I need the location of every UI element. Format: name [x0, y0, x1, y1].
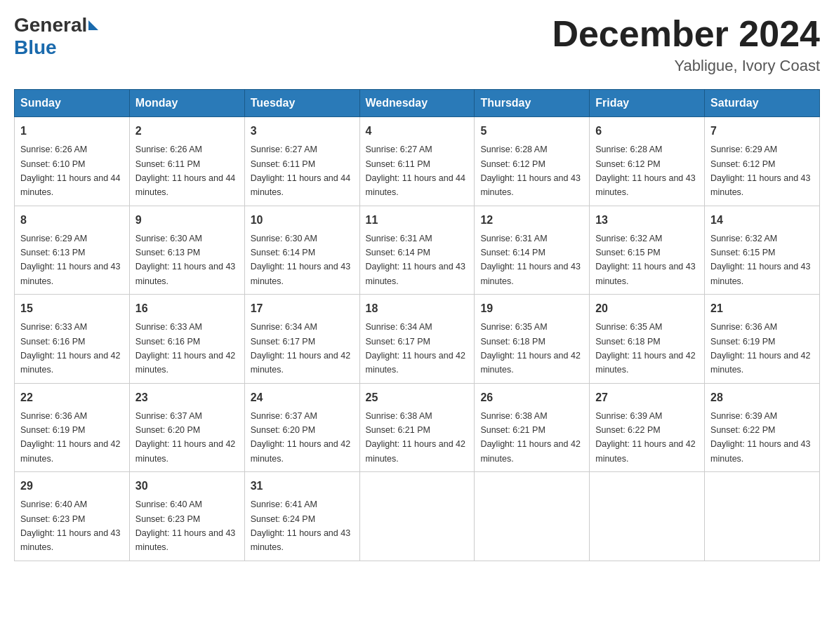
day-info: Sunrise: 6:30 AMSunset: 6:14 PMDaylight:… — [251, 234, 350, 286]
day-info: Sunrise: 6:37 AMSunset: 6:20 PMDaylight:… — [251, 411, 350, 464]
page-header: General Blue December 2024 Yabligue, Ivo… — [14, 14, 820, 75]
title-section: December 2024 Yabligue, Ivory Coast — [552, 14, 820, 75]
day-info: Sunrise: 6:26 AMSunset: 6:11 PMDaylight:… — [135, 145, 235, 197]
day-info: Sunrise: 6:33 AMSunset: 6:16 PMDaylight:… — [20, 322, 120, 375]
calendar-cell: 19 Sunrise: 6:35 AMSunset: 6:18 PMDaylig… — [475, 295, 590, 384]
day-info: Sunrise: 6:33 AMSunset: 6:16 PMDaylight:… — [135, 322, 235, 375]
day-info: Sunrise: 6:28 AMSunset: 6:12 PMDaylight:… — [480, 145, 580, 197]
header-saturday: Saturday — [705, 90, 820, 117]
calendar-cell: 11 Sunrise: 6:31 AMSunset: 6:14 PMDaylig… — [359, 206, 475, 295]
logo: General Blue — [14, 14, 100, 59]
calendar-cell: 9 Sunrise: 6:30 AMSunset: 6:13 PMDayligh… — [129, 206, 244, 295]
day-number: 16 — [135, 300, 239, 317]
logo-blue-text: Blue — [14, 36, 57, 58]
calendar-cell — [475, 472, 590, 561]
day-info: Sunrise: 6:27 AMSunset: 6:11 PMDaylight:… — [251, 145, 350, 197]
day-number: 12 — [480, 212, 583, 229]
calendar-cell: 22 Sunrise: 6:36 AMSunset: 6:19 PMDaylig… — [15, 383, 130, 472]
day-info: Sunrise: 6:36 AMSunset: 6:19 PMDaylight:… — [20, 411, 120, 464]
day-number: 5 — [480, 123, 583, 140]
day-number: 8 — [20, 212, 124, 229]
day-info: Sunrise: 6:34 AMSunset: 6:17 PMDaylight:… — [366, 322, 465, 375]
calendar-table: Sunday Monday Tuesday Wednesday Thursday… — [14, 89, 820, 561]
day-number: 22 — [20, 389, 124, 406]
day-info: Sunrise: 6:37 AMSunset: 6:20 PMDaylight:… — [135, 411, 235, 464]
calendar-cell: 20 Sunrise: 6:35 AMSunset: 6:18 PMDaylig… — [590, 295, 705, 384]
day-info: Sunrise: 6:36 AMSunset: 6:19 PMDaylight:… — [710, 322, 810, 375]
calendar-header-row: Sunday Monday Tuesday Wednesday Thursday… — [15, 90, 820, 117]
logo-arrow-icon — [88, 20, 98, 30]
day-number: 18 — [366, 300, 469, 317]
day-number: 7 — [710, 123, 814, 140]
day-info: Sunrise: 6:41 AMSunset: 6:24 PMDaylight:… — [251, 499, 350, 552]
day-info: Sunrise: 6:40 AMSunset: 6:23 PMDaylight:… — [135, 499, 235, 552]
calendar-cell: 5 Sunrise: 6:28 AMSunset: 6:12 PMDayligh… — [475, 117, 590, 206]
day-info: Sunrise: 6:34 AMSunset: 6:17 PMDaylight:… — [251, 322, 350, 375]
calendar-cell: 3 Sunrise: 6:27 AMSunset: 6:11 PMDayligh… — [244, 117, 359, 206]
calendar-cell: 27 Sunrise: 6:39 AMSunset: 6:22 PMDaylig… — [590, 383, 705, 472]
day-number: 2 — [135, 123, 239, 140]
day-info: Sunrise: 6:40 AMSunset: 6:23 PMDaylight:… — [20, 499, 120, 552]
calendar-cell — [359, 472, 475, 561]
day-number: 3 — [251, 123, 354, 140]
day-number: 26 — [480, 389, 583, 406]
day-info: Sunrise: 6:29 AMSunset: 6:12 PMDaylight:… — [710, 145, 810, 197]
calendar-week-row: 1 Sunrise: 6:26 AMSunset: 6:10 PMDayligh… — [15, 117, 820, 206]
day-info: Sunrise: 6:39 AMSunset: 6:22 PMDaylight:… — [595, 411, 695, 464]
day-info: Sunrise: 6:38 AMSunset: 6:21 PMDaylight:… — [480, 411, 580, 464]
day-number: 24 — [251, 389, 354, 406]
day-number: 31 — [251, 478, 354, 495]
calendar-cell: 28 Sunrise: 6:39 AMSunset: 6:22 PMDaylig… — [705, 383, 820, 472]
day-number: 11 — [366, 212, 469, 229]
day-number: 4 — [366, 123, 469, 140]
day-number: 21 — [710, 300, 814, 317]
calendar-cell: 8 Sunrise: 6:29 AMSunset: 6:13 PMDayligh… — [15, 206, 130, 295]
calendar-subtitle: Yabligue, Ivory Coast — [552, 57, 820, 75]
day-number: 23 — [135, 389, 239, 406]
calendar-cell: 30 Sunrise: 6:40 AMSunset: 6:23 PMDaylig… — [129, 472, 244, 561]
day-number: 9 — [135, 212, 239, 229]
header-tuesday: Tuesday — [244, 90, 359, 117]
day-number: 20 — [595, 300, 699, 317]
day-info: Sunrise: 6:32 AMSunset: 6:15 PMDaylight:… — [595, 234, 695, 286]
day-info: Sunrise: 6:32 AMSunset: 6:15 PMDaylight:… — [710, 234, 810, 286]
calendar-cell: 7 Sunrise: 6:29 AMSunset: 6:12 PMDayligh… — [705, 117, 820, 206]
calendar-cell: 29 Sunrise: 6:40 AMSunset: 6:23 PMDaylig… — [15, 472, 130, 561]
day-info: Sunrise: 6:29 AMSunset: 6:13 PMDaylight:… — [20, 234, 120, 286]
day-number: 19 — [480, 300, 583, 317]
header-thursday: Thursday — [475, 90, 590, 117]
calendar-cell: 4 Sunrise: 6:27 AMSunset: 6:11 PMDayligh… — [359, 117, 475, 206]
calendar-cell — [590, 472, 705, 561]
calendar-title: December 2024 — [552, 14, 820, 54]
calendar-cell: 25 Sunrise: 6:38 AMSunset: 6:21 PMDaylig… — [359, 383, 475, 472]
header-monday: Monday — [129, 90, 244, 117]
day-number: 6 — [595, 123, 699, 140]
calendar-cell: 1 Sunrise: 6:26 AMSunset: 6:10 PMDayligh… — [15, 117, 130, 206]
calendar-cell: 6 Sunrise: 6:28 AMSunset: 6:12 PMDayligh… — [590, 117, 705, 206]
day-info: Sunrise: 6:35 AMSunset: 6:18 PMDaylight:… — [480, 322, 580, 375]
calendar-cell: 15 Sunrise: 6:33 AMSunset: 6:16 PMDaylig… — [15, 295, 130, 384]
day-number: 30 — [135, 478, 239, 495]
calendar-cell: 18 Sunrise: 6:34 AMSunset: 6:17 PMDaylig… — [359, 295, 475, 384]
calendar-cell: 24 Sunrise: 6:37 AMSunset: 6:20 PMDaylig… — [244, 383, 359, 472]
calendar-cell: 10 Sunrise: 6:30 AMSunset: 6:14 PMDaylig… — [244, 206, 359, 295]
calendar-week-row: 29 Sunrise: 6:40 AMSunset: 6:23 PMDaylig… — [15, 472, 820, 561]
day-info: Sunrise: 6:30 AMSunset: 6:13 PMDaylight:… — [135, 234, 235, 286]
day-number: 25 — [366, 389, 469, 406]
day-number: 14 — [710, 212, 814, 229]
calendar-cell: 21 Sunrise: 6:36 AMSunset: 6:19 PMDaylig… — [705, 295, 820, 384]
calendar-cell: 14 Sunrise: 6:32 AMSunset: 6:15 PMDaylig… — [705, 206, 820, 295]
day-info: Sunrise: 6:38 AMSunset: 6:21 PMDaylight:… — [366, 411, 465, 464]
calendar-cell: 12 Sunrise: 6:31 AMSunset: 6:14 PMDaylig… — [475, 206, 590, 295]
day-info: Sunrise: 6:31 AMSunset: 6:14 PMDaylight:… — [480, 234, 580, 286]
calendar-week-row: 22 Sunrise: 6:36 AMSunset: 6:19 PMDaylig… — [15, 383, 820, 472]
header-sunday: Sunday — [15, 90, 130, 117]
day-info: Sunrise: 6:31 AMSunset: 6:14 PMDaylight:… — [366, 234, 465, 286]
day-info: Sunrise: 6:35 AMSunset: 6:18 PMDaylight:… — [595, 322, 695, 375]
day-info: Sunrise: 6:28 AMSunset: 6:12 PMDaylight:… — [595, 145, 695, 197]
day-info: Sunrise: 6:26 AMSunset: 6:10 PMDaylight:… — [20, 145, 120, 197]
calendar-cell: 17 Sunrise: 6:34 AMSunset: 6:17 PMDaylig… — [244, 295, 359, 384]
day-number: 17 — [251, 300, 354, 317]
calendar-cell: 26 Sunrise: 6:38 AMSunset: 6:21 PMDaylig… — [475, 383, 590, 472]
day-number: 13 — [595, 212, 699, 229]
